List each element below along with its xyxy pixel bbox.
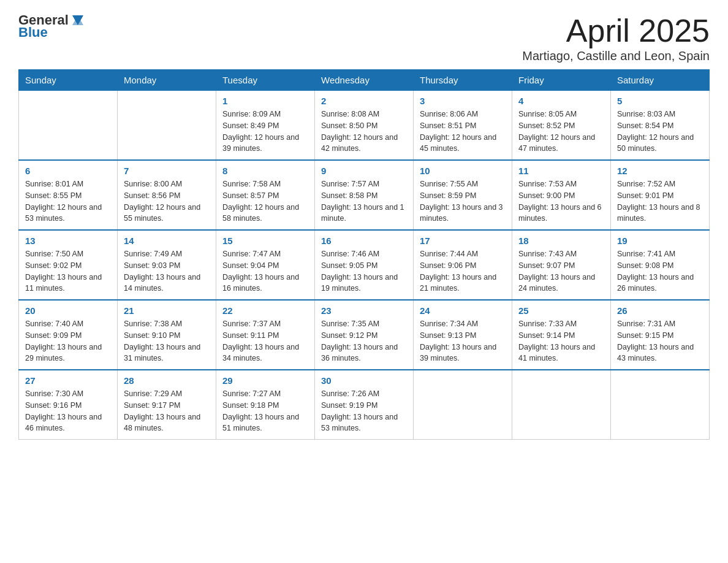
day-number: 30 [321,375,407,386]
logo-triangle-icon [71,14,85,26]
day-number: 21 [124,305,210,316]
calendar-cell: 26Sunrise: 7:31 AMSunset: 9:15 PMDayligh… [611,300,710,370]
logo-blue: Blue [18,25,48,40]
day-info: Sunrise: 7:33 AMSunset: 9:14 PMDaylight:… [518,318,604,364]
day-number: 27 [25,375,111,386]
calendar-cell [414,370,512,440]
day-number: 12 [617,166,703,176]
calendar-cell: 12Sunrise: 7:52 AMSunset: 9:01 PMDayligh… [611,160,710,230]
calendar-cell: 22Sunrise: 7:37 AMSunset: 9:11 PMDayligh… [216,300,315,370]
calendar-cell: 24Sunrise: 7:34 AMSunset: 9:13 PMDayligh… [414,300,512,370]
day-number: 28 [124,375,210,386]
day-info: Sunrise: 7:43 AMSunset: 9:07 PMDaylight:… [518,248,604,294]
calendar-cell: 17Sunrise: 7:44 AMSunset: 9:06 PMDayligh… [414,230,512,300]
day-number: 8 [222,166,308,176]
header-sunday: Sunday [19,70,118,91]
days-header-row: SundayMondayTuesdayWednesdayThursdayFrid… [19,70,710,91]
day-number: 2 [321,96,407,106]
calendar-cell: 8Sunrise: 7:58 AMSunset: 8:57 PMDaylight… [216,160,315,230]
calendar-cell: 18Sunrise: 7:43 AMSunset: 9:07 PMDayligh… [512,230,611,300]
calendar-cell: 10Sunrise: 7:55 AMSunset: 8:59 PMDayligh… [414,160,512,230]
day-info: Sunrise: 7:26 AMSunset: 9:19 PMDaylight:… [321,388,407,434]
day-info: Sunrise: 7:58 AMSunset: 8:57 PMDaylight:… [222,178,308,224]
day-number: 10 [420,166,506,176]
calendar-cell [611,370,710,440]
day-info: Sunrise: 7:40 AMSunset: 9:09 PMDaylight:… [25,318,111,364]
day-number: 7 [124,166,210,176]
header-monday: Monday [118,70,216,91]
calendar-cell [118,91,216,161]
day-number: 3 [420,96,506,106]
day-number: 6 [25,166,111,176]
day-number: 26 [617,305,703,316]
calendar-cell: 20Sunrise: 7:40 AMSunset: 9:09 PMDayligh… [19,300,118,370]
day-info: Sunrise: 7:52 AMSunset: 9:01 PMDaylight:… [617,178,703,224]
calendar-cell: 23Sunrise: 7:35 AMSunset: 9:12 PMDayligh… [315,300,414,370]
calendar-cell: 25Sunrise: 7:33 AMSunset: 9:14 PMDayligh… [512,300,611,370]
header-thursday: Thursday [414,70,512,91]
day-info: Sunrise: 7:30 AMSunset: 9:16 PMDaylight:… [25,388,111,434]
calendar-cell: 6Sunrise: 8:01 AMSunset: 8:55 PMDaylight… [19,160,118,230]
calendar-cell: 16Sunrise: 7:46 AMSunset: 9:05 PMDayligh… [315,230,414,300]
calendar-cell: 7Sunrise: 8:00 AMSunset: 8:56 PMDaylight… [118,160,216,230]
day-info: Sunrise: 8:03 AMSunset: 8:54 PMDaylight:… [617,109,703,155]
day-info: Sunrise: 7:44 AMSunset: 9:06 PMDaylight:… [420,248,506,294]
location-subtitle: Martiago, Castille and Leon, Spain [522,49,710,63]
calendar-week-5: 27Sunrise: 7:30 AMSunset: 9:16 PMDayligh… [19,370,710,440]
day-info: Sunrise: 8:01 AMSunset: 8:55 PMDaylight:… [25,178,111,224]
day-info: Sunrise: 8:08 AMSunset: 8:50 PMDaylight:… [321,109,407,155]
calendar-cell: 29Sunrise: 7:27 AMSunset: 9:18 PMDayligh… [216,370,315,440]
day-info: Sunrise: 8:09 AMSunset: 8:49 PMDaylight:… [222,109,308,155]
calendar-cell: 9Sunrise: 7:57 AMSunset: 8:58 PMDaylight… [315,160,414,230]
day-info: Sunrise: 7:34 AMSunset: 9:13 PMDaylight:… [420,318,506,364]
calendar-cell: 2Sunrise: 8:08 AMSunset: 8:50 PMDaylight… [315,91,414,161]
calendar-cell: 11Sunrise: 7:53 AMSunset: 9:00 PMDayligh… [512,160,611,230]
calendar-cell: 14Sunrise: 7:49 AMSunset: 9:03 PMDayligh… [118,230,216,300]
day-info: Sunrise: 7:50 AMSunset: 9:02 PMDaylight:… [25,248,111,294]
calendar-cell: 3Sunrise: 8:06 AMSunset: 8:51 PMDaylight… [414,91,512,161]
calendar-cell [19,91,118,161]
header-tuesday: Tuesday [216,70,315,91]
calendar-cell: 4Sunrise: 8:05 AMSunset: 8:52 PMDaylight… [512,91,611,161]
calendar-cell [512,370,611,440]
day-number: 15 [222,236,308,246]
header-wednesday: Wednesday [315,70,414,91]
day-info: Sunrise: 7:31 AMSunset: 9:15 PMDaylight:… [617,318,703,364]
page-header: General Blue April 2025 Martiago, Castil… [18,12,710,63]
calendar-cell: 19Sunrise: 7:41 AMSunset: 9:08 PMDayligh… [611,230,710,300]
day-info: Sunrise: 7:55 AMSunset: 8:59 PMDaylight:… [420,178,506,224]
day-number: 14 [124,236,210,246]
day-number: 19 [617,236,703,246]
day-info: Sunrise: 7:46 AMSunset: 9:05 PMDaylight:… [321,248,407,294]
calendar-cell: 21Sunrise: 7:38 AMSunset: 9:10 PMDayligh… [118,300,216,370]
day-number: 23 [321,305,407,316]
day-info: Sunrise: 8:00 AMSunset: 8:56 PMDaylight:… [124,178,210,224]
day-number: 11 [518,166,604,176]
calendar-cell: 30Sunrise: 7:26 AMSunset: 9:19 PMDayligh… [315,370,414,440]
day-info: Sunrise: 7:53 AMSunset: 9:00 PMDaylight:… [518,178,604,224]
day-number: 29 [222,375,308,386]
day-number: 1 [222,96,308,106]
day-info: Sunrise: 7:27 AMSunset: 9:18 PMDaylight:… [222,388,308,434]
day-info: Sunrise: 7:49 AMSunset: 9:03 PMDaylight:… [124,248,210,294]
day-info: Sunrise: 7:38 AMSunset: 9:10 PMDaylight:… [124,318,210,364]
title-area: April 2025 Martiago, Castille and Leon, … [522,12,710,63]
calendar-table: SundayMondayTuesdayWednesdayThursdayFrid… [18,69,710,440]
day-number: 24 [420,305,506,316]
calendar-week-2: 6Sunrise: 8:01 AMSunset: 8:55 PMDaylight… [19,160,710,230]
day-number: 4 [518,96,604,106]
calendar-cell: 28Sunrise: 7:29 AMSunset: 9:17 PMDayligh… [118,370,216,440]
calendar-cell: 15Sunrise: 7:47 AMSunset: 9:04 PMDayligh… [216,230,315,300]
day-number: 20 [25,305,111,316]
day-number: 13 [25,236,111,246]
calendar-cell: 1Sunrise: 8:09 AMSunset: 8:49 PMDaylight… [216,91,315,161]
calendar-week-3: 13Sunrise: 7:50 AMSunset: 9:02 PMDayligh… [19,230,710,300]
header-friday: Friday [512,70,611,91]
day-info: Sunrise: 7:29 AMSunset: 9:17 PMDaylight:… [124,388,210,434]
header-saturday: Saturday [611,70,710,91]
day-number: 17 [420,236,506,246]
calendar-cell: 5Sunrise: 8:03 AMSunset: 8:54 PMDaylight… [611,91,710,161]
calendar-week-4: 20Sunrise: 7:40 AMSunset: 9:09 PMDayligh… [19,300,710,370]
day-number: 25 [518,305,604,316]
day-info: Sunrise: 8:05 AMSunset: 8:52 PMDaylight:… [518,109,604,155]
